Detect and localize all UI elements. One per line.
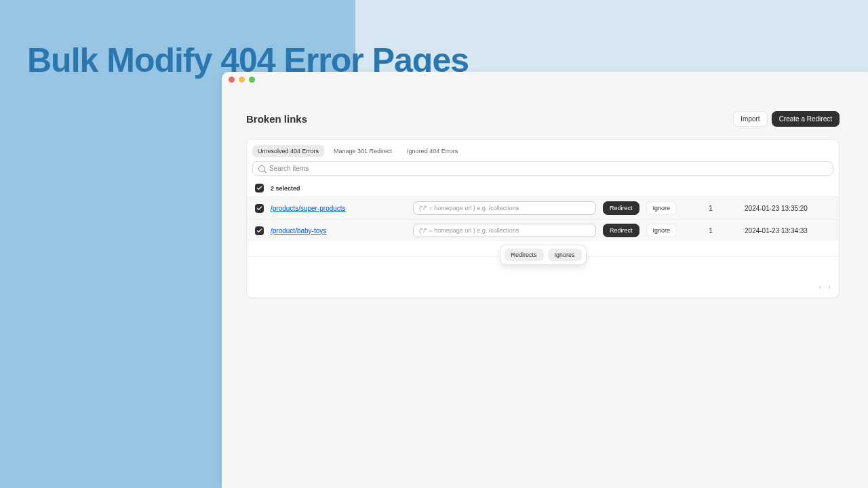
search-icon <box>258 165 265 172</box>
search-input[interactable] <box>269 165 827 172</box>
redirect-target-input[interactable] <box>413 224 596 237</box>
broken-path-link[interactable]: /product/baby-toys <box>271 227 326 235</box>
redirect-button[interactable]: Redirect <box>603 224 639 237</box>
prev-page-icon[interactable]: ‹ <box>819 283 822 291</box>
timestamp: 2024-01-23 13:34:33 <box>745 227 808 235</box>
tab-manage-301[interactable]: Manage 301 Redirect <box>328 145 397 157</box>
next-page-icon[interactable]: › <box>828 283 831 291</box>
window-titlebar <box>222 72 868 87</box>
page-title: Broken links <box>246 113 307 125</box>
close-window-icon[interactable] <box>229 77 235 83</box>
selection-summary: 2 selected <box>271 185 300 192</box>
bulk-actions-popover: Redirects Ignores <box>499 245 586 265</box>
redirect-target-input[interactable] <box>413 201 596 215</box>
bulk-redirects-button[interactable]: Redirects <box>504 249 543 261</box>
bulk-ignores-button[interactable]: Ignores <box>547 249 581 261</box>
timestamp: 2024-01-23 13:35:20 <box>745 205 808 212</box>
tab-ignored-404[interactable]: Ignored 404 Errors <box>401 145 463 157</box>
tab-unresolved-404[interactable]: Unresolved 404 Errors <box>252 145 324 157</box>
selection-header: 2 selected <box>247 180 839 197</box>
row-checkbox[interactable] <box>255 226 264 235</box>
maximize-window-icon[interactable] <box>249 77 255 83</box>
ignore-button[interactable]: Ignore <box>646 201 677 215</box>
app-window: Broken links Import Create a Redirect Un… <box>222 72 868 488</box>
minimize-window-icon[interactable] <box>239 77 245 83</box>
hit-count: 1 <box>684 227 738 235</box>
ignore-button[interactable]: Ignore <box>646 224 677 237</box>
hit-count: 1 <box>684 205 738 212</box>
import-button[interactable]: Import <box>733 111 767 127</box>
select-all-checkbox[interactable] <box>255 184 264 192</box>
broken-path-link[interactable]: /products/super-products <box>271 205 346 212</box>
search-box[interactable] <box>252 161 833 176</box>
table-row: /products/super-products Redirect Ignore… <box>247 197 839 219</box>
broken-links-card: Unresolved 404 Errors Manage 301 Redirec… <box>246 139 840 298</box>
create-redirect-button[interactable]: Create a Redirect <box>772 111 840 127</box>
table-row: /product/baby-toys Redirect Ignore 1 202… <box>247 219 839 241</box>
row-checkbox[interactable] <box>255 204 264 213</box>
redirect-button[interactable]: Redirect <box>603 201 639 215</box>
